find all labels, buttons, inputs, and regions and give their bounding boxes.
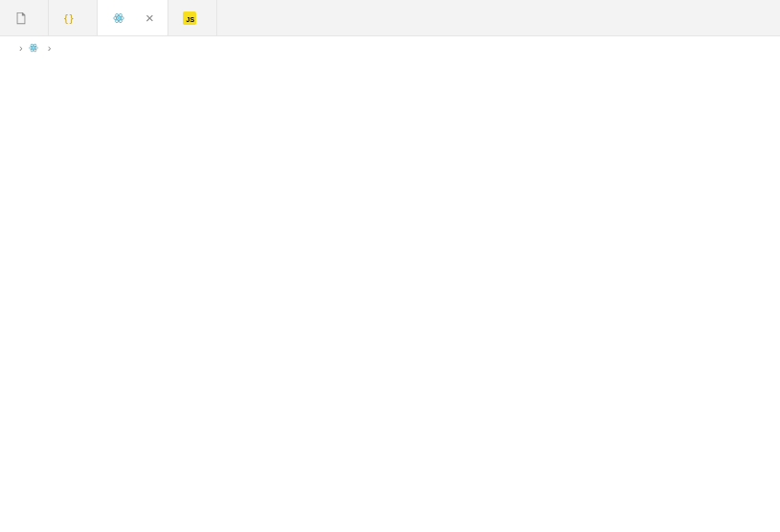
scrollbar-vertical[interactable] — [767, 59, 780, 532]
chevron-right-icon: › — [19, 42, 23, 54]
tab-index-jsx[interactable]: × — [98, 0, 168, 35]
svg-point-7 — [33, 47, 34, 49]
text-file-icon — [13, 11, 29, 26]
react-icon — [111, 11, 126, 26]
chevron-right-icon: › — [48, 42, 52, 54]
code-editor[interactable] — [0, 59, 780, 532]
breadcrumb[interactable]: › › — [0, 36, 780, 59]
svg-text:JS: JS — [186, 15, 194, 22]
tab-bar: {} × JS — [0, 0, 780, 36]
tab-notes[interactable] — [0, 0, 49, 35]
svg-text:{}: {} — [63, 12, 75, 23]
tab-package-json[interactable]: {} — [49, 0, 98, 35]
react-icon — [27, 41, 40, 55]
line-number-gutter — [0, 59, 54, 532]
json-icon: {} — [62, 11, 78, 26]
close-icon[interactable]: × — [145, 10, 154, 26]
code-area[interactable] — [54, 59, 780, 532]
js-icon: JS — [182, 11, 197, 26]
tab-setup-proxy[interactable]: JS — [168, 0, 217, 35]
svg-point-1 — [118, 16, 121, 19]
